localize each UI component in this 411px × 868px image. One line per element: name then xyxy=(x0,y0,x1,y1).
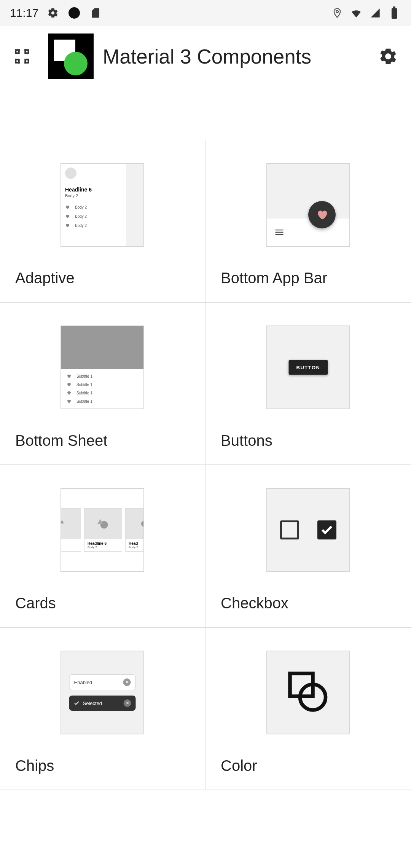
checkbox-unchecked-icon xyxy=(280,520,299,539)
location-icon xyxy=(330,6,344,20)
item-label: Cards xyxy=(15,595,190,612)
item-label: Color xyxy=(221,757,396,774)
preview-chips: Enabled ✕ Selected ✕ xyxy=(15,643,190,757)
grid-item-checkbox[interactable]: Checkbox xyxy=(206,465,411,628)
close-icon: ✕ xyxy=(124,699,131,707)
shapes-icon xyxy=(285,669,331,716)
button-sample: BUTTON xyxy=(289,360,328,375)
status-right xyxy=(330,6,401,20)
gear-notif-icon xyxy=(46,6,60,20)
grid-item-buttons[interactable]: BUTTON Buttons xyxy=(206,303,411,465)
app-title: Material 3 Components xyxy=(103,45,377,68)
grid-item-color[interactable]: Color xyxy=(206,628,411,790)
heart-icon xyxy=(67,374,71,378)
adaptive-body: Body 2 xyxy=(65,193,126,198)
item-label: Bottom App Bar xyxy=(221,270,396,287)
heart-icon xyxy=(65,223,70,228)
fab-icon xyxy=(308,201,336,228)
svg-rect-2 xyxy=(392,8,397,19)
preview-color xyxy=(221,643,396,757)
wifi-icon xyxy=(349,6,363,20)
status-left: 11:17 xyxy=(10,6,102,20)
item-label: Bottom Sheet xyxy=(15,432,190,449)
chip-enabled: Enabled ✕ xyxy=(69,674,136,690)
menu-icon xyxy=(274,227,285,238)
grid-item-bottom-app-bar[interactable]: Bottom App Bar xyxy=(206,140,411,303)
settings-button[interactable] xyxy=(377,45,400,68)
grid-item-bottom-sheet[interactable]: Subtitle 1 Subtitle 1 Subtitle 1 Subtitl… xyxy=(0,303,206,465)
svg-rect-3 xyxy=(393,6,395,8)
preview-buttons: BUTTON xyxy=(221,318,396,432)
chip-selected: Selected ✕ xyxy=(69,696,136,711)
close-icon: ✕ xyxy=(123,678,131,686)
preview-bottom-app-bar xyxy=(221,155,396,270)
item-label: Adaptive xyxy=(15,270,190,287)
preview-cards: 5 Headline 6Body 2 HeadBody 2 xyxy=(15,480,190,595)
circle-notif-icon xyxy=(67,6,81,20)
sd-card-icon xyxy=(89,6,102,20)
grid-item-chips[interactable]: Enabled ✕ Selected ✕ Chips xyxy=(0,628,206,790)
app-logo xyxy=(48,34,94,79)
shape-icon xyxy=(97,518,109,530)
shape-icon xyxy=(140,519,144,528)
heart-fill-icon xyxy=(316,209,328,221)
battery-icon xyxy=(387,6,401,20)
signal-icon xyxy=(368,6,382,20)
item-label: Checkbox xyxy=(221,595,396,612)
item-label: Chips xyxy=(15,757,190,774)
check-icon xyxy=(74,700,80,706)
heart-icon xyxy=(67,391,71,395)
grid-item-cards[interactable]: 5 Headline 6Body 2 HeadBody 2 Cards xyxy=(0,465,206,628)
svg-point-1 xyxy=(336,11,338,13)
heart-icon xyxy=(65,205,70,209)
status-bar: 11:17 xyxy=(0,0,411,26)
svg-point-0 xyxy=(68,7,80,19)
preview-checkbox xyxy=(221,480,396,595)
status-time: 11:17 xyxy=(10,6,38,19)
preview-adaptive: Headline 6 Body 2 Body 2 Body 2 Body 2 xyxy=(15,155,190,270)
svg-point-5 xyxy=(141,521,144,527)
component-grid: Headline 6 Body 2 Body 2 Body 2 Body 2 xyxy=(0,140,411,790)
heart-icon xyxy=(67,399,71,404)
heart-icon xyxy=(65,214,70,219)
shape-icon xyxy=(61,519,67,528)
app-bar: Material 3 Components xyxy=(0,26,411,87)
preview-bottom-sheet: Subtitle 1 Subtitle 1 Subtitle 1 Subtitl… xyxy=(15,318,190,432)
collapse-button[interactable] xyxy=(11,46,33,67)
heart-icon xyxy=(67,382,71,387)
checkbox-checked-icon xyxy=(317,520,336,539)
grid-item-adaptive[interactable]: Headline 6 Body 2 Body 2 Body 2 Body 2 xyxy=(0,140,206,303)
adaptive-headline: Headline 6 xyxy=(65,187,126,193)
item-label: Buttons xyxy=(221,432,396,449)
